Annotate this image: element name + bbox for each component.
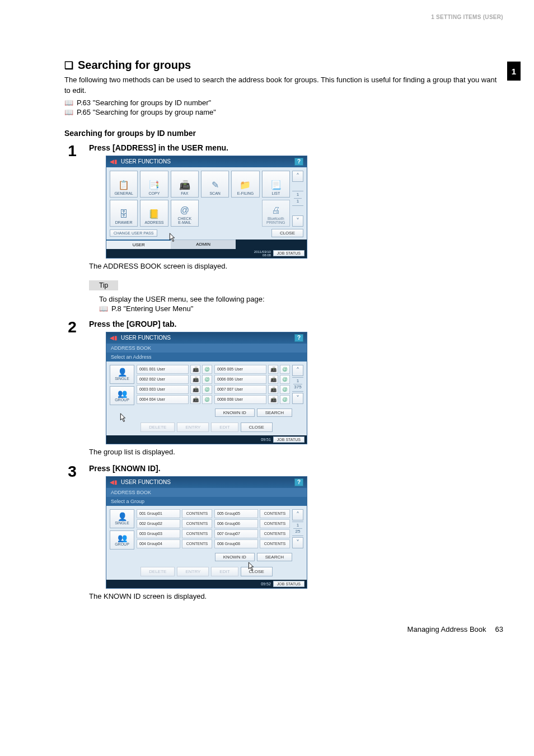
change-password-button[interactable]: CHANGE USER PASS bbox=[110, 229, 157, 237]
list-item[interactable]: 0003 003 User📠@ bbox=[137, 385, 212, 394]
fax-icon[interactable]: 📠 bbox=[190, 385, 200, 394]
contents-button[interactable]: CONTENTS bbox=[182, 539, 212, 548]
edit-button[interactable]: EDIT bbox=[211, 422, 238, 432]
list-button[interactable]: 📃LIST bbox=[262, 171, 290, 198]
person-icon: 👤 bbox=[118, 368, 127, 377]
back-icon[interactable]: ◀▮ bbox=[110, 335, 118, 341]
known-id-button[interactable]: KNOWN ID bbox=[215, 553, 255, 561]
contents-button[interactable]: CONTENTS bbox=[260, 539, 290, 548]
contents-button[interactable]: CONTENTS bbox=[182, 519, 212, 528]
copy-icon: 📑 bbox=[148, 180, 160, 190]
scan-button[interactable]: ✎SCAN bbox=[201, 171, 229, 198]
list-item[interactable]: 003 Group03CONTENTS bbox=[137, 529, 212, 538]
help-button[interactable]: ? bbox=[294, 478, 303, 486]
list-item[interactable]: 0002 002 User📠@ bbox=[137, 375, 212, 384]
xref-text: P.8 "Entering User Menu" bbox=[111, 304, 193, 313]
back-icon[interactable]: ◀▮ bbox=[110, 158, 118, 165]
single-tab[interactable]: 👤SINGLE bbox=[110, 509, 134, 528]
search-button[interactable]: SEARCH bbox=[257, 408, 292, 417]
single-tab[interactable]: 👤SINGLE bbox=[110, 365, 134, 384]
mail-icon[interactable]: @ bbox=[202, 385, 212, 394]
window-title: USER FUNCTIONS bbox=[121, 158, 171, 165]
efiling-button[interactable]: 📁E-FILING bbox=[231, 171, 259, 198]
contents-button[interactable]: CONTENTS bbox=[260, 519, 290, 528]
step-instruction: Press [ADDRESS] in the USER menu. bbox=[89, 143, 503, 152]
fax-button[interactable]: 📠FAX bbox=[171, 171, 199, 198]
mail-icon[interactable]: @ bbox=[280, 375, 290, 384]
group-tab[interactable]: 👥GROUP bbox=[110, 386, 134, 405]
contents-button[interactable]: CONTENTS bbox=[182, 509, 212, 518]
list-item[interactable]: 0008 008 User📠@ bbox=[214, 395, 290, 404]
mail-icon[interactable]: @ bbox=[280, 365, 290, 374]
drawer-icon: 🗄 bbox=[119, 209, 128, 219]
entry-button[interactable]: ENTRY bbox=[177, 567, 209, 576]
admin-tab[interactable]: ADMIN bbox=[171, 240, 235, 249]
entry-button[interactable]: ENTRY bbox=[177, 422, 209, 432]
fax-icon[interactable]: 📠 bbox=[190, 395, 200, 404]
xref-line-1[interactable]: 📖 P.63 "Searching for groups by ID numbe… bbox=[64, 98, 503, 107]
job-status-button[interactable]: JOB STATUS bbox=[273, 250, 305, 256]
list-item[interactable]: 004 Group04CONTENTS bbox=[137, 539, 212, 548]
job-status-button[interactable]: JOB STATUS bbox=[273, 581, 305, 587]
list-item[interactable]: 001 Group01CONTENTS bbox=[137, 509, 212, 518]
list-item[interactable]: 006 Group06CONTENTS bbox=[214, 519, 290, 528]
fax-icon[interactable]: 📠 bbox=[190, 365, 200, 374]
list-item[interactable]: 0005 005 User📠@ bbox=[214, 365, 290, 374]
fax-icon[interactable]: 📠 bbox=[268, 385, 278, 394]
list-item[interactable]: 007 Group07CONTENTS bbox=[214, 529, 290, 538]
fax-icon: 📠 bbox=[179, 180, 190, 190]
copy-button[interactable]: 📑COPY bbox=[140, 171, 168, 198]
mail-icon[interactable]: @ bbox=[202, 365, 212, 374]
list-item[interactable]: 0006 006 User📠@ bbox=[214, 375, 290, 384]
mail-icon[interactable]: @ bbox=[202, 395, 212, 404]
general-button[interactable]: 📋GENERAL bbox=[110, 171, 138, 198]
step-2: 2 Press the [GROUP] tab. ◀▮ USER FUNCTIO… bbox=[64, 320, 503, 458]
fax-icon[interactable]: 📠 bbox=[268, 365, 278, 374]
scroll-up-button[interactable]: ˄ bbox=[292, 365, 303, 376]
list-item[interactable]: 0004 004 User📠@ bbox=[137, 395, 212, 404]
email-icon: @ bbox=[180, 205, 189, 215]
scroll-down-button[interactable]: ˅ bbox=[292, 215, 303, 227]
mail-icon[interactable]: @ bbox=[280, 385, 290, 394]
user-tab[interactable]: USER bbox=[106, 240, 171, 249]
list-item[interactable]: 0007 007 User📠@ bbox=[214, 385, 290, 394]
contents-button[interactable]: CONTENTS bbox=[260, 529, 290, 538]
group-tab[interactable]: 👥GROUP bbox=[110, 530, 134, 550]
contents-button[interactable]: CONTENTS bbox=[260, 509, 290, 518]
check-email-button[interactable]: @CHECK E-MAIL bbox=[171, 200, 199, 227]
list-item[interactable]: 002 Group02CONTENTS bbox=[137, 519, 212, 528]
contents-button[interactable]: CONTENTS bbox=[182, 529, 212, 538]
scroll-up-button[interactable]: ˄ bbox=[292, 171, 303, 182]
list-item[interactable]: 0001 001 User📠@ bbox=[137, 365, 212, 374]
scroll-down-button[interactable]: ˅ bbox=[292, 537, 303, 548]
tip-xref[interactable]: 📖 P.8 "Entering User Menu" bbox=[99, 304, 503, 313]
delete-button[interactable]: DELETE bbox=[140, 567, 175, 576]
mail-icon[interactable]: @ bbox=[202, 375, 212, 384]
xref-line-2[interactable]: 📖 P.65 "Searching for groups by group na… bbox=[64, 108, 503, 116]
fax-icon[interactable]: 📠 bbox=[190, 375, 200, 384]
step-1: 1 Press [ADDRESS] in the USER menu. ◀▮ U… bbox=[64, 143, 503, 314]
address-button[interactable]: 📒ADDRESS bbox=[140, 200, 168, 227]
edit-button[interactable]: EDIT bbox=[211, 567, 238, 576]
list-item[interactable]: 005 Group05CONTENTS bbox=[214, 509, 290, 518]
fax-icon[interactable]: 📠 bbox=[268, 375, 278, 384]
help-button[interactable]: ? bbox=[294, 334, 303, 342]
drawer-button[interactable]: 🗄DRAWER bbox=[110, 200, 138, 227]
fax-icon[interactable]: 📠 bbox=[268, 395, 278, 404]
list-item[interactable]: 008 Group08CONTENTS bbox=[214, 539, 290, 548]
known-id-button[interactable]: KNOWN ID bbox=[215, 408, 255, 417]
delete-button[interactable]: DELETE bbox=[140, 422, 175, 432]
breadcrumb: ADDRESS BOOK bbox=[106, 344, 307, 353]
bluetooth-printing-button[interactable]: 🖨Bluetooth PRINTING bbox=[262, 200, 290, 227]
back-icon[interactable]: ◀▮ bbox=[110, 479, 118, 485]
job-status-button[interactable]: JOB STATUS bbox=[273, 436, 305, 443]
page-indicator: 1 375 bbox=[292, 377, 303, 392]
search-button[interactable]: SEARCH bbox=[257, 553, 292, 561]
close-button[interactable]: CLOSE bbox=[241, 422, 273, 432]
efiling-icon: 📁 bbox=[240, 180, 251, 190]
scroll-down-button[interactable]: ˅ bbox=[292, 393, 303, 404]
scroll-up-button[interactable]: ˄ bbox=[292, 509, 303, 520]
mail-icon[interactable]: @ bbox=[280, 395, 290, 404]
close-button[interactable]: CLOSE bbox=[271, 229, 303, 237]
help-button[interactable]: ? bbox=[294, 158, 303, 166]
